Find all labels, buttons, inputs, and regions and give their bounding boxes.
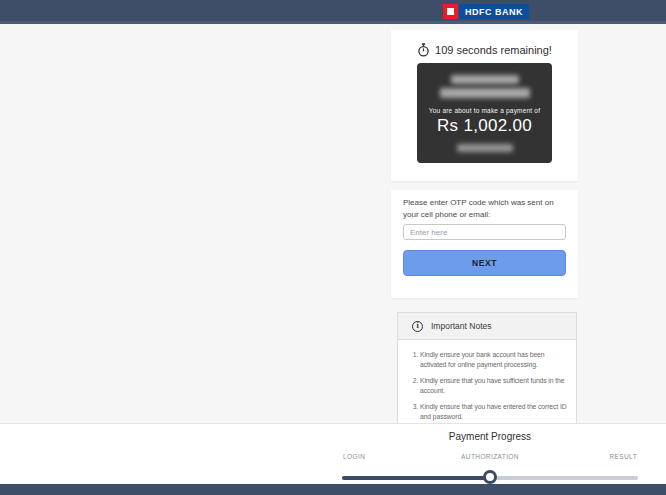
hdfc-bank-logo: HDFC BANK (443, 4, 529, 19)
bank-name-label: HDFC BANK (459, 4, 529, 19)
progress-step-login: LOGIN (343, 453, 365, 460)
progress-step-result: RESULT (609, 453, 637, 460)
otp-entry-panel: Please enter OTP code which was sent on … (391, 190, 578, 298)
payment-progress-section: Payment Progress LOGIN AUTHORIZATION RES… (0, 423, 666, 484)
otp-prompt-text: Please enter OTP code which was sent on … (403, 197, 566, 220)
important-notes-title: Important Notes (431, 321, 491, 331)
info-icon: i (412, 321, 423, 332)
payment-details-box: You are about to make a payment of Rs 1,… (417, 63, 552, 163)
note-item: Kindly ensure that you have sufficient f… (420, 376, 568, 395)
redacted-reference-line (457, 144, 513, 152)
progress-slider-knob (483, 470, 497, 484)
payment-progress-title: Payment Progress (342, 431, 638, 442)
stopwatch-icon (417, 43, 430, 57)
progress-track-fill (342, 476, 490, 480)
note-item: Kindly ensure that you have entered the … (420, 402, 568, 421)
note-item: Kindly ensure your bank account has been… (420, 350, 568, 369)
payment-intro-text: You are about to make a payment of (429, 107, 540, 114)
payment-summary-panel: 109 seconds remaining! You are about to … (391, 30, 578, 181)
next-button[interactable]: NEXT (403, 250, 566, 276)
countdown-timer: 109 seconds remaining! (391, 30, 578, 59)
redacted-merchant-line (440, 88, 530, 98)
payment-amount: Rs 1,002.00 (437, 116, 532, 136)
progress-step-authorization: AUTHORIZATION (461, 453, 519, 460)
redacted-merchant-line (451, 75, 519, 84)
hdfc-logo-icon (443, 4, 458, 19)
footer-bar (0, 484, 666, 495)
important-notes-panel: i Important Notes Kindly ensure your ban… (397, 312, 577, 424)
important-notes-header: i Important Notes (398, 313, 576, 340)
header-bar: HDFC BANK (0, 0, 666, 24)
otp-input[interactable] (403, 224, 566, 240)
important-notes-body: Kindly ensure your bank account has been… (398, 340, 576, 421)
timer-text: 109 seconds remaining! (435, 44, 552, 56)
